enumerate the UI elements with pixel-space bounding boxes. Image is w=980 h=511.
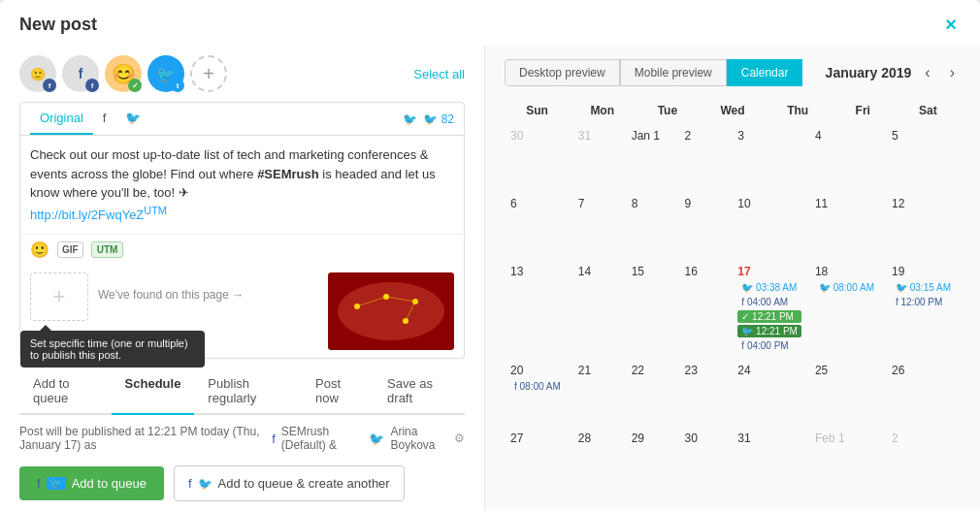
calendar-cell[interactable]: 2 [886, 428, 961, 494]
calendar-cell[interactable]: Jan 1 [626, 125, 677, 191]
calendar-cell[interactable]: 17🐦 03:38 AMf 04:00 AM✓ 12:21 PM🐦 12:21 … [732, 261, 807, 358]
svg-point-1 [338, 282, 444, 340]
add-to-queue-create-button[interactable]: f 🐦 Add to queue & create another [174, 465, 405, 501]
calendar-cell[interactable]: 2 [679, 125, 731, 191]
calendar-cell[interactable]: 22 [626, 360, 677, 426]
post-content[interactable]: Check out our most up-to-date list of te… [20, 136, 464, 234]
tab-schedule[interactable]: Schedule [112, 368, 195, 415]
calendar-event: 🐦 03:15 AM [892, 281, 955, 294]
calendar-cell[interactable]: Feb 1 [809, 428, 884, 494]
calendar-grid: 3031Jan 1234567891011121314151617🐦 03:38… [505, 125, 961, 494]
day-header-sat: Sat [896, 100, 961, 121]
post-tabs: Original f 🐦 🐦 🐦 82 [20, 103, 464, 136]
post-link[interactable]: http://bit.ly/2FwqYeZUTM [30, 208, 167, 222]
mobile-preview-tab[interactable]: Mobile preview [620, 59, 727, 86]
twitter-icon-count: 🐦 [403, 112, 417, 126]
calendar-cell[interactable]: 16 [679, 261, 731, 358]
calendar-cell[interactable]: 12 [886, 193, 961, 259]
media-row: + We've found on this page → Set specifi… [20, 265, 464, 358]
calendar-cell[interactable]: 30 [505, 125, 571, 191]
calendar-next-button[interactable]: › [944, 62, 961, 83]
fb-account-name: SEMrush (Default) & [281, 425, 364, 452]
calendar-cell[interactable]: 7 [572, 193, 624, 259]
calendar-cell[interactable]: 31 [732, 428, 807, 494]
tab-original[interactable]: Original [30, 103, 93, 135]
preview-tabs-row: Desktop preview Mobile preview Calendar … [505, 59, 961, 86]
calendar-event: f 04:00 PM [737, 339, 801, 352]
account-avatar-4[interactable]: 🐦 t [147, 55, 184, 92]
calendar-event: f 12:00 PM [892, 296, 955, 308]
calendar-cell[interactable]: 20f 08:00 AM [505, 360, 571, 426]
calendar-cell[interactable]: 27 [505, 428, 571, 494]
calendar-cell[interactable]: 9 [679, 193, 731, 259]
calendar-cell[interactable]: 19🐦 03:15 AMf 12:00 PM [886, 261, 961, 358]
calendar-event: f 04:00 AM [737, 296, 801, 308]
btn-tw-icon: 🐦 [47, 477, 66, 490]
calendar-cell[interactable]: 6 [505, 193, 571, 259]
day-header-tue: Tue [635, 100, 700, 121]
day-header-sun: Sun [505, 100, 570, 121]
post-toolbar: 🙂 GIF UTM [20, 234, 464, 265]
tab-save-as-draft[interactable]: Save as draft [374, 368, 465, 415]
calendar-cell[interactable]: 25 [809, 360, 884, 426]
calendar-cell[interactable]: 13 [505, 261, 571, 358]
btn-fb-icon: f [37, 476, 41, 491]
tab-post-now[interactable]: Post now [302, 368, 374, 415]
calendar-cell[interactable]: 29 [626, 428, 677, 494]
char-count: 🐦 🐦 82 [403, 112, 454, 126]
account-avatar-3[interactable]: 😊 ✓ [105, 55, 142, 92]
utm-badge[interactable]: UTM [91, 241, 124, 258]
tab-twitter[interactable]: 🐦 [115, 103, 150, 135]
calendar: Sun Mon Tue Wed Thu Fri Sat 3031Jan 1234… [505, 100, 961, 494]
fb-icon-info: f [272, 431, 276, 446]
add-account-button[interactable]: + [190, 55, 227, 92]
calendar-cell[interactable]: 14 [572, 261, 624, 358]
calendar-cell[interactable]: 8 [626, 193, 677, 259]
media-upload-button[interactable]: + [30, 272, 88, 321]
calendar-prev-button[interactable]: ‹ [919, 62, 935, 83]
settings-gear-icon[interactable]: ⚙ [454, 431, 465, 445]
calendar-cell[interactable]: 30 [679, 428, 731, 494]
tab-add-to-queue[interactable]: Add to queue [19, 368, 112, 415]
publish-info: Post will be published at 12:21 PM today… [19, 425, 465, 452]
calendar-cell[interactable]: 28 [572, 428, 624, 494]
char-count-value: 🐦 82 [423, 112, 454, 126]
tw-icon-info: 🐦 [369, 431, 384, 446]
close-button[interactable]: × [941, 14, 961, 36]
calendar-cell[interactable]: 15 [626, 261, 677, 358]
calendar-tab[interactable]: Calendar [727, 59, 803, 86]
account-avatar-2[interactable]: f f [62, 55, 99, 92]
tab-publish-regularly[interactable]: Publish regularly [194, 368, 302, 415]
calendar-cell[interactable]: 24 [732, 360, 807, 426]
btn-outline-tw-icon: 🐦 [198, 477, 212, 491]
calendar-cell[interactable]: 4 [809, 125, 884, 191]
desktop-preview-tab[interactable]: Desktop preview [505, 59, 620, 86]
gif-button[interactable]: GIF [57, 241, 83, 258]
add-to-queue-button[interactable]: f 🐦 Add to queue [19, 466, 164, 500]
add-to-queue-create-label: Add to queue & create another [218, 476, 390, 491]
tab-facebook[interactable]: f [93, 103, 116, 135]
calendar-cell[interactable]: 23 [679, 360, 731, 426]
calendar-cell[interactable]: 31 [572, 125, 624, 191]
calendar-nav: January 2019 ‹ › [826, 62, 961, 83]
select-all-link[interactable]: Select all [413, 67, 465, 81]
map-image [328, 272, 454, 350]
emoji-button[interactable]: 🙂 [30, 240, 49, 259]
calendar-cell[interactable]: 26 [886, 360, 961, 426]
calendar-month: January 2019 [826, 65, 912, 80]
day-header-fri: Fri [831, 100, 896, 121]
account-avatar-1[interactable]: 🙂 f [19, 55, 56, 92]
media-found-container: We've found on this page → Set specific … [98, 272, 244, 302]
day-header-wed: Wed [700, 100, 765, 121]
day-header-mon: Mon [570, 100, 635, 121]
right-panel: Desktop preview Mobile preview Calendar … [485, 46, 980, 511]
calendar-cell[interactable]: 18🐦 08:00 AM [809, 261, 884, 358]
calendar-cell[interactable]: 10 [732, 193, 807, 259]
modal-body: 🙂 f f f 😊 ✓ 🐦 t + Select all [0, 46, 980, 511]
calendar-cell[interactable]: 11 [809, 193, 884, 259]
calendar-cell[interactable]: 21 [572, 360, 624, 426]
calendar-cell[interactable]: 5 [886, 125, 961, 191]
calendar-cell[interactable]: 3 [732, 125, 807, 191]
action-buttons: f 🐦 Add to queue f 🐦 Add to queue & crea… [19, 465, 465, 501]
calendar-header: Sun Mon Tue Wed Thu Fri Sat [505, 100, 961, 121]
